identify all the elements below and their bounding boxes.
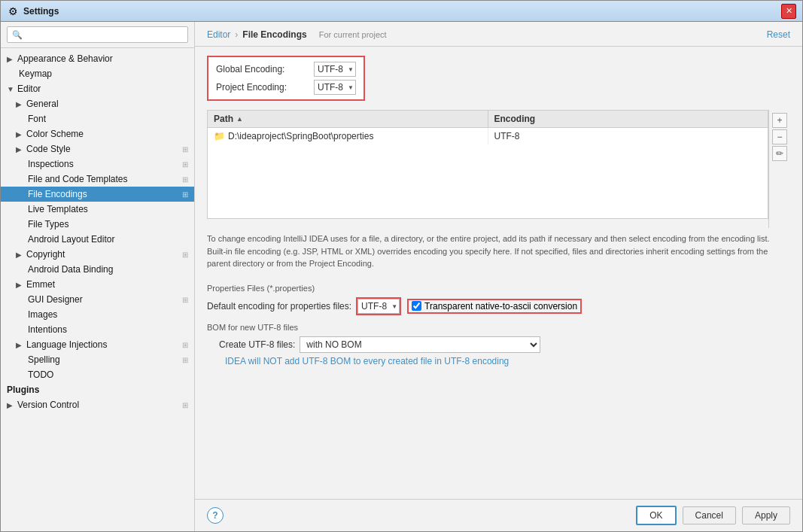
global-encoding-wrapper: UTF-8 bbox=[314, 62, 356, 77]
remove-button[interactable]: − bbox=[772, 129, 787, 144]
sidebar-item-live-templates[interactable]: Live Templates bbox=[1, 202, 194, 217]
expand-arrow-icon: ▶ bbox=[7, 401, 14, 409]
project-encoding-label: Project Encoding: bbox=[216, 82, 314, 93]
copy-icon: ⊞ bbox=[182, 175, 188, 184]
expand-arrow-icon: ▶ bbox=[16, 251, 23, 259]
search-input[interactable] bbox=[26, 29, 183, 40]
sidebar-item-editor[interactable]: ▼ Editor bbox=[1, 81, 194, 96]
global-encoding-select[interactable]: UTF-8 bbox=[314, 62, 356, 77]
properties-section: Properties Files (*.properties) Default … bbox=[207, 284, 790, 315]
expand-arrow-icon: ▶ bbox=[16, 100, 23, 108]
sidebar: 🔍 ▶ Appearance & Behavior Keymap ▼ Edito… bbox=[1, 22, 195, 531]
search-field[interactable]: 🔍 bbox=[7, 26, 188, 43]
reset-button[interactable]: Reset bbox=[767, 29, 790, 40]
sidebar-item-language-injections[interactable]: ▶ Language Injections ⊞ bbox=[1, 337, 194, 352]
bom-section-title: BOM for new UTF-8 files bbox=[207, 323, 790, 332]
folder-icon: 📁 bbox=[214, 131, 225, 141]
cell-encoding: UTF-8 bbox=[488, 128, 768, 144]
sidebar-item-code-style[interactable]: ▶ Code Style ⊞ bbox=[1, 141, 194, 157]
bom-row: Create UTF-8 files: with NO BOM bbox=[207, 336, 790, 353]
sidebar-item-file-types[interactable]: File Types bbox=[1, 217, 194, 232]
sidebar-item-label: Spelling bbox=[28, 354, 60, 365]
nav-tree: ▶ Appearance & Behavior Keymap ▼ Editor … bbox=[1, 48, 194, 531]
bom-info-link[interactable]: UTF-8 BOM bbox=[302, 356, 351, 366]
table-row[interactable]: 📁 D:\ideaproject\SpringBoot\properties U… bbox=[208, 128, 768, 144]
add-button[interactable]: + bbox=[772, 113, 787, 128]
bom-create-select[interactable]: with NO BOM bbox=[300, 336, 540, 353]
sidebar-item-label: Appearance & Behavior bbox=[17, 53, 113, 64]
sidebar-item-intentions[interactable]: Intentions bbox=[1, 322, 194, 337]
breadcrumb-editor[interactable]: Editor bbox=[207, 29, 230, 40]
sidebar-item-label: Keymap bbox=[19, 68, 52, 79]
copy-icon: ⊞ bbox=[182, 401, 188, 409]
sidebar-item-file-encodings[interactable]: File Encodings ⊞ bbox=[1, 187, 194, 202]
copy-icon: ⊞ bbox=[182, 296, 188, 304]
title-bar: ⚙ Settings ✕ bbox=[1, 1, 802, 22]
cancel-button[interactable]: Cancel bbox=[683, 506, 736, 524]
col-path: Path ▲ bbox=[208, 111, 488, 127]
panel-header: Editor › File Encodings For current proj… bbox=[195, 22, 802, 47]
main-panel: Editor › File Encodings For current proj… bbox=[195, 22, 802, 531]
close-button[interactable]: ✕ bbox=[781, 4, 796, 19]
app-icon: ⚙ bbox=[7, 5, 19, 17]
sidebar-item-label: TODO bbox=[28, 369, 53, 380]
expand-arrow-icon: ▶ bbox=[7, 55, 14, 63]
expand-arrow-icon: ▶ bbox=[16, 130, 23, 138]
sidebar-item-file-and-code-templates[interactable]: File and Code Templates ⊞ bbox=[1, 172, 194, 187]
transparent-checkbox-wrapper: Transparent native-to-ascii conversion bbox=[407, 299, 582, 314]
window-title: Settings bbox=[23, 6, 781, 17]
sidebar-item-general[interactable]: ▶ General bbox=[1, 96, 194, 111]
ok-button[interactable]: OK bbox=[636, 506, 676, 525]
bom-create-label: Create UTF-8 files: bbox=[219, 339, 295, 350]
bom-info: IDEA will NOT add UTF-8 BOM to every cre… bbox=[225, 356, 790, 366]
sidebar-item-label: General bbox=[26, 99, 59, 109]
sidebar-item-color-scheme[interactable]: ▶ Color Scheme bbox=[1, 126, 194, 141]
copy-icon: ⊞ bbox=[182, 145, 188, 154]
copy-icon: ⊞ bbox=[182, 251, 188, 259]
expand-arrow-icon: ▼ bbox=[7, 85, 14, 93]
search-icon: 🔍 bbox=[12, 30, 23, 40]
path-encoding-table: Path ▲ Encoding 📁 D:\ideapro bbox=[207, 110, 768, 219]
sidebar-item-label: Color Scheme bbox=[26, 129, 84, 139]
sidebar-item-images[interactable]: Images bbox=[1, 307, 194, 322]
sidebar-item-copyright[interactable]: ▶ Copyright ⊞ bbox=[1, 247, 194, 262]
sidebar-item-emmet[interactable]: ▶ Emmet bbox=[1, 277, 194, 292]
transparent-checkbox[interactable] bbox=[412, 301, 421, 311]
sidebar-item-appearance[interactable]: ▶ Appearance & Behavior bbox=[1, 51, 194, 66]
sidebar-item-label: Images bbox=[28, 309, 57, 320]
sidebar-item-label: File Encodings bbox=[28, 189, 87, 199]
sidebar-item-spelling[interactable]: Spelling ⊞ bbox=[1, 352, 194, 367]
sidebar-item-version-control[interactable]: ▶ Version Control ⊞ bbox=[1, 397, 194, 412]
project-encoding-wrapper: UTF-8 bbox=[314, 80, 356, 95]
info-text: To change encoding IntelliJ IDEA uses fo… bbox=[207, 228, 790, 275]
props-select-inner: UTF-8 bbox=[357, 299, 400, 314]
col-encoding: Encoding bbox=[488, 111, 768, 127]
props-encoding-select[interactable]: UTF-8 bbox=[357, 299, 400, 314]
sidebar-item-android-data-binding[interactable]: Android Data Binding bbox=[1, 262, 194, 277]
sidebar-item-inspections[interactable]: Inspections ⊞ bbox=[1, 157, 194, 172]
sidebar-item-plugins[interactable]: Plugins bbox=[1, 382, 194, 397]
sort-icon: ▲ bbox=[236, 115, 243, 123]
project-encoding-row: Project Encoding: UTF-8 bbox=[216, 80, 356, 95]
copy-icon: ⊞ bbox=[182, 160, 188, 169]
table-body: 📁 D:\ideaproject\SpringBoot\properties U… bbox=[208, 128, 768, 218]
apply-button[interactable]: Apply bbox=[742, 506, 790, 524]
sidebar-item-todo[interactable]: TODO bbox=[1, 367, 194, 382]
settings-window: ⚙ Settings ✕ 🔍 ▶ Appearance & Behavior bbox=[0, 0, 803, 532]
sidebar-item-android-layout-editor[interactable]: Android Layout Editor bbox=[1, 232, 194, 247]
path-encoding-table-area: Path ▲ Encoding 📁 D:\ideapro bbox=[207, 110, 790, 228]
sidebar-item-label: GUI Designer bbox=[28, 294, 83, 305]
help-button[interactable]: ? bbox=[207, 507, 224, 524]
col-path-label: Path bbox=[214, 114, 233, 124]
sidebar-item-label: Copyright bbox=[26, 249, 65, 260]
main-content: Global Encoding: UTF-8 Project Encoding:… bbox=[195, 47, 802, 499]
sidebar-item-gui-designer[interactable]: GUI Designer ⊞ bbox=[1, 292, 194, 307]
sidebar-item-label: Intentions bbox=[28, 324, 67, 335]
sidebar-item-font[interactable]: Font bbox=[1, 111, 194, 126]
project-encoding-select[interactable]: UTF-8 bbox=[314, 80, 356, 95]
sidebar-item-label: Plugins bbox=[7, 385, 39, 395]
bom-info-suffix: to every created file in UTF-8 encoding bbox=[351, 356, 509, 366]
edit-button[interactable]: ✏ bbox=[772, 146, 787, 161]
expand-arrow-icon: ▶ bbox=[16, 281, 23, 289]
sidebar-item-keymap[interactable]: Keymap bbox=[1, 66, 194, 81]
